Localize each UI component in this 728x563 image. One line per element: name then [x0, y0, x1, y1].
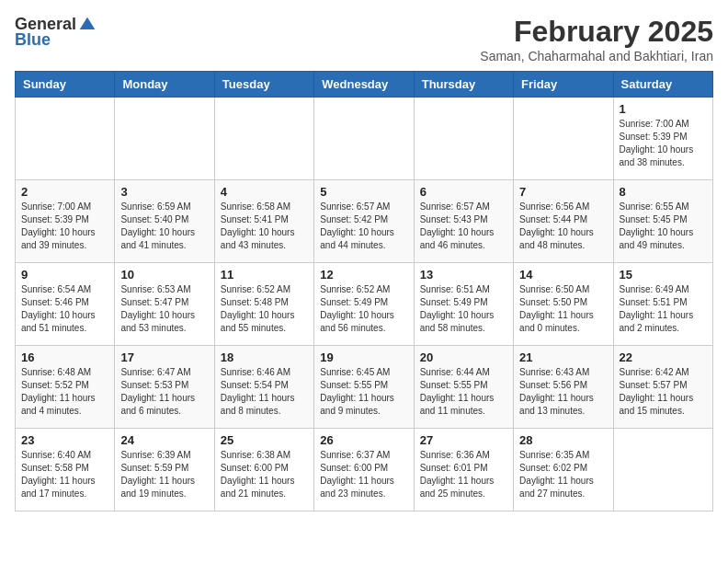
day-number: 4 [221, 185, 308, 199]
day-number: 5 [320, 185, 407, 199]
weekday-header-tuesday: Tuesday [214, 72, 313, 98]
day-info: Sunrise: 6:38 AM Sunset: 6:00 PM Dayligh… [221, 449, 308, 500]
day-number: 24 [120, 433, 208, 447]
day-number: 13 [420, 268, 507, 282]
day-info: Sunrise: 6:48 AM Sunset: 5:52 PM Dayligh… [21, 366, 108, 418]
calendar-cell [314, 98, 414, 180]
day-info: Sunrise: 6:51 AM Sunset: 5:49 PM Dayligh… [420, 283, 507, 335]
day-info: Sunrise: 6:57 AM Sunset: 5:43 PM Dayligh… [420, 201, 507, 252]
calendar-cell: 21Sunrise: 6:43 AM Sunset: 5:56 PM Dayli… [514, 346, 613, 429]
calendar-cell: 1Sunrise: 7:00 AM Sunset: 5:39 PM Daylig… [613, 98, 712, 180]
calendar-cell: 16Sunrise: 6:48 AM Sunset: 5:52 PM Dayli… [16, 346, 115, 429]
calendar-cell [414, 98, 513, 180]
calendar-week-2: 2Sunrise: 7:00 AM Sunset: 5:39 PM Daylig… [16, 180, 713, 263]
day-info: Sunrise: 6:50 AM Sunset: 5:50 PM Dayligh… [519, 283, 607, 335]
logo-icon [78, 16, 97, 34]
calendar-week-1: 1Sunrise: 7:00 AM Sunset: 5:39 PM Daylig… [16, 98, 713, 180]
day-info: Sunrise: 6:49 AM Sunset: 5:51 PM Dayligh… [620, 283, 707, 335]
day-info: Sunrise: 6:36 AM Sunset: 6:01 PM Dayligh… [420, 449, 507, 500]
day-number: 12 [320, 268, 407, 282]
day-number: 14 [519, 268, 607, 282]
calendar-cell: 15Sunrise: 6:49 AM Sunset: 5:51 PM Dayli… [613, 263, 712, 346]
day-number: 15 [620, 268, 707, 282]
calendar-cell: 18Sunrise: 6:46 AM Sunset: 5:54 PM Dayli… [214, 346, 313, 429]
day-info: Sunrise: 6:46 AM Sunset: 5:54 PM Dayligh… [221, 366, 308, 418]
calendar-cell: 22Sunrise: 6:42 AM Sunset: 5:57 PM Dayli… [613, 346, 712, 429]
calendar-cell: 10Sunrise: 6:53 AM Sunset: 5:47 PM Dayli… [115, 263, 214, 346]
day-number: 21 [519, 350, 607, 364]
day-info: Sunrise: 6:57 AM Sunset: 5:42 PM Dayligh… [320, 201, 407, 252]
calendar-cell: 20Sunrise: 6:44 AM Sunset: 5:55 PM Dayli… [414, 346, 513, 429]
day-number: 27 [420, 433, 507, 447]
day-info: Sunrise: 6:37 AM Sunset: 6:00 PM Dayligh… [320, 449, 407, 500]
day-info: Sunrise: 6:35 AM Sunset: 6:02 PM Dayligh… [519, 449, 607, 500]
day-info: Sunrise: 6:56 AM Sunset: 5:44 PM Dayligh… [519, 201, 607, 252]
weekday-header-monday: Monday [115, 72, 214, 98]
calendar-cell [613, 429, 712, 511]
day-number: 19 [320, 350, 407, 364]
day-number: 1 [620, 102, 707, 116]
weekday-header-sunday: Sunday [16, 72, 115, 98]
weekday-header-saturday: Saturday [613, 72, 712, 98]
day-info: Sunrise: 6:58 AM Sunset: 5:41 PM Dayligh… [221, 201, 308, 252]
calendar-cell: 25Sunrise: 6:38 AM Sunset: 6:00 PM Dayli… [214, 429, 313, 511]
weekday-header-wednesday: Wednesday [314, 72, 414, 98]
weekday-header-friday: Friday [514, 72, 613, 98]
day-number: 11 [221, 268, 308, 282]
day-number: 6 [420, 185, 507, 199]
day-number: 26 [320, 433, 407, 447]
day-number: 18 [221, 350, 308, 364]
day-info: Sunrise: 6:44 AM Sunset: 5:55 PM Dayligh… [420, 366, 507, 418]
day-info: Sunrise: 7:00 AM Sunset: 5:39 PM Dayligh… [620, 118, 707, 169]
weekday-header-thursday: Thursday [414, 72, 513, 98]
calendar-cell: 9Sunrise: 6:54 AM Sunset: 5:46 PM Daylig… [16, 263, 115, 346]
calendar-cell: 4Sunrise: 6:58 AM Sunset: 5:41 PM Daylig… [214, 180, 313, 263]
calendar-cell [16, 98, 115, 180]
day-number: 22 [620, 350, 707, 364]
day-number: 8 [620, 185, 707, 199]
calendar-cell: 19Sunrise: 6:45 AM Sunset: 5:55 PM Dayli… [314, 346, 414, 429]
day-info: Sunrise: 6:40 AM Sunset: 5:58 PM Dayligh… [21, 449, 108, 500]
logo: General Blue [15, 15, 97, 50]
day-number: 7 [519, 185, 607, 199]
calendar-week-5: 23Sunrise: 6:40 AM Sunset: 5:58 PM Dayli… [16, 429, 713, 511]
calendar-cell: 5Sunrise: 6:57 AM Sunset: 5:42 PM Daylig… [314, 180, 414, 263]
calendar-cell: 13Sunrise: 6:51 AM Sunset: 5:49 PM Dayli… [414, 263, 513, 346]
weekday-header-row: SundayMondayTuesdayWednesdayThursdayFrid… [16, 72, 713, 98]
calendar-cell: 7Sunrise: 6:56 AM Sunset: 5:44 PM Daylig… [514, 180, 613, 263]
calendar-week-4: 16Sunrise: 6:48 AM Sunset: 5:52 PM Dayli… [16, 346, 713, 429]
day-number: 20 [420, 350, 507, 364]
calendar-cell [514, 98, 613, 180]
day-info: Sunrise: 7:00 AM Sunset: 5:39 PM Dayligh… [21, 201, 108, 252]
title-section: February 2025 Saman, Chaharmahal and Bak… [480, 15, 713, 63]
calendar-cell: 23Sunrise: 6:40 AM Sunset: 5:58 PM Dayli… [16, 429, 115, 511]
day-info: Sunrise: 6:45 AM Sunset: 5:55 PM Dayligh… [320, 366, 407, 418]
calendar-cell: 6Sunrise: 6:57 AM Sunset: 5:43 PM Daylig… [414, 180, 513, 263]
calendar-cell: 2Sunrise: 7:00 AM Sunset: 5:39 PM Daylig… [16, 180, 115, 263]
calendar-cell: 28Sunrise: 6:35 AM Sunset: 6:02 PM Dayli… [514, 429, 613, 511]
calendar-cell: 14Sunrise: 6:50 AM Sunset: 5:50 PM Dayli… [514, 263, 613, 346]
calendar-week-3: 9Sunrise: 6:54 AM Sunset: 5:46 PM Daylig… [16, 263, 713, 346]
calendar-table: SundayMondayTuesdayWednesdayThursdayFrid… [15, 71, 713, 511]
calendar-cell: 11Sunrise: 6:52 AM Sunset: 5:48 PM Dayli… [214, 263, 313, 346]
page-header: General Blue February 2025 Saman, Chahar… [15, 15, 713, 63]
day-number: 16 [21, 350, 108, 364]
calendar-cell: 3Sunrise: 6:59 AM Sunset: 5:40 PM Daylig… [115, 180, 214, 263]
calendar-cell: 12Sunrise: 6:52 AM Sunset: 5:49 PM Dayli… [314, 263, 414, 346]
calendar-cell [214, 98, 313, 180]
day-info: Sunrise: 6:43 AM Sunset: 5:56 PM Dayligh… [519, 366, 607, 418]
location-subtitle: Saman, Chaharmahal and Bakhtiari, Iran [480, 49, 713, 63]
month-title: February 2025 [480, 15, 713, 49]
day-info: Sunrise: 6:52 AM Sunset: 5:49 PM Dayligh… [320, 283, 407, 335]
day-info: Sunrise: 6:55 AM Sunset: 5:45 PM Dayligh… [620, 201, 707, 252]
calendar-cell: 27Sunrise: 6:36 AM Sunset: 6:01 PM Dayli… [414, 429, 513, 511]
calendar-cell: 26Sunrise: 6:37 AM Sunset: 6:00 PM Dayli… [314, 429, 414, 511]
calendar-cell [115, 98, 214, 180]
day-info: Sunrise: 6:59 AM Sunset: 5:40 PM Dayligh… [120, 201, 208, 252]
calendar-cell: 24Sunrise: 6:39 AM Sunset: 5:59 PM Dayli… [115, 429, 214, 511]
day-number: 10 [120, 268, 208, 282]
day-number: 28 [519, 433, 607, 447]
svg-marker-0 [80, 17, 96, 29]
day-number: 3 [120, 185, 208, 199]
day-number: 2 [21, 185, 108, 199]
